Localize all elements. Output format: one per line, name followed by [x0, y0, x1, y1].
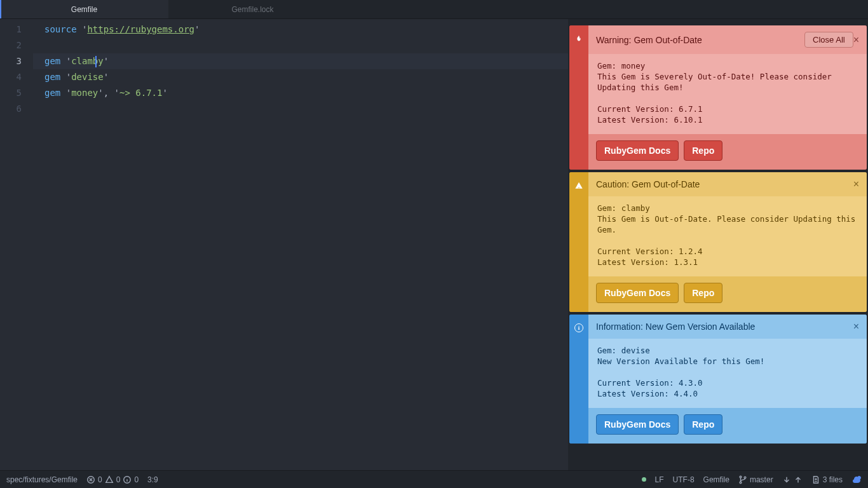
code-line[interactable]: gem 'clamby' — [33, 53, 568, 69]
status-git-branch[interactable]: master — [738, 475, 773, 484]
git-branch-icon — [738, 475, 747, 484]
notification-header: Warning: Gem Out-of-DateClose All× — [588, 25, 867, 54]
status-cursor-position[interactable]: 3:9 — [147, 475, 158, 484]
notification-footer: RubyGem DocsRepo — [588, 276, 867, 312]
close-all-button[interactable]: Close All — [804, 32, 853, 48]
text-cursor — [95, 56, 97, 67]
info-circle-icon: i — [574, 323, 583, 332]
tab-bar: GemfileGemfile.lock — [0, 0, 868, 19]
code-line[interactable]: gem 'devise' — [33, 69, 568, 85]
files-count: 3 files — [823, 475, 843, 484]
notification-body: Gem: money This Gem is Severely Out-of-D… — [588, 54, 867, 134]
repo-button[interactable]: Repo — [684, 140, 722, 161]
branch-name: master — [750, 475, 773, 484]
line-number: 2 — [0, 37, 22, 53]
line-number-gutter: 123456 — [0, 22, 33, 470]
line-number: 6 — [0, 101, 22, 117]
line-number: 4 — [0, 69, 22, 85]
status-encoding[interactable]: UTF-8 — [673, 475, 695, 484]
status-bar: spec/fixtures/Gemfile 0 0 0 3:9 LF UTF-8… — [0, 470, 868, 488]
status-update-indicator[interactable] — [642, 477, 646, 482]
notification-header: Information: New Gem Version Available× — [588, 315, 867, 339]
x-circle-icon — [86, 475, 95, 484]
notification-icon-column: i — [569, 315, 588, 444]
notification-title: Information: New Gem Version Available — [596, 322, 853, 332]
diag-warn-count: 0 — [116, 475, 121, 484]
rubygem-docs-button[interactable]: RubyGem Docs — [596, 414, 679, 435]
tab-gemfile-lock[interactable]: Gemfile.lock — [168, 0, 337, 18]
line-number: 1 — [0, 22, 22, 37]
arrow-up-icon — [794, 475, 803, 484]
svg-point-4 — [744, 477, 746, 478]
status-grammar[interactable]: Gemfile — [703, 475, 729, 484]
repo-button[interactable]: Repo — [684, 283, 722, 303]
notification-title: Caution: Gem Out-of-Date — [596, 179, 853, 189]
text-editor[interactable]: 123456 source 'https://rubygems.org' gem… — [0, 19, 568, 470]
code-line[interactable] — [33, 37, 568, 53]
alert-triangle-icon — [574, 181, 583, 190]
close-icon[interactable]: × — [853, 321, 859, 332]
notification-error: Warning: Gem Out-of-DateClose All×Gem: m… — [569, 25, 867, 170]
arrow-down-icon — [782, 475, 791, 484]
close-icon[interactable]: × — [853, 179, 859, 190]
file-diff-icon — [811, 475, 820, 484]
line-number: 5 — [0, 85, 22, 101]
notification-icon-column — [569, 25, 588, 170]
notification-body: Gem: clamby This Gem is Out-of-Date. Ple… — [588, 196, 867, 276]
code-line[interactable] — [33, 101, 568, 117]
repo-button[interactable]: Repo — [684, 414, 722, 435]
notification-footer: RubyGem DocsRepo — [588, 134, 867, 170]
status-git-files[interactable]: 3 files — [811, 475, 843, 484]
notifications-panel: Warning: Gem Out-of-DateClose All×Gem: m… — [568, 19, 868, 470]
status-squirrel[interactable] — [851, 475, 862, 485]
status-line-ending[interactable]: LF — [655, 475, 664, 484]
notification-info: iInformation: New Gem Version Available×… — [569, 315, 867, 444]
status-file-path[interactable]: spec/fixtures/Gemfile — [6, 475, 78, 484]
svg-point-3 — [740, 481, 742, 483]
notification-icon-column — [569, 172, 588, 312]
tab-label: Gemfile — [71, 5, 97, 14]
status-diagnostics[interactable]: 0 0 0 — [86, 475, 139, 484]
rubygem-docs-button[interactable]: RubyGem Docs — [596, 283, 679, 303]
diag-info-count: 0 — [134, 475, 139, 484]
code-line[interactable]: source 'https://rubygems.org' — [33, 22, 568, 37]
notification-warn: Caution: Gem Out-of-Date×Gem: clamby Thi… — [569, 172, 867, 312]
squirrel-icon — [851, 475, 862, 485]
tab-gemfile[interactable]: Gemfile — [0, 0, 168, 18]
line-number: 3 — [0, 53, 22, 69]
close-icon[interactable]: × — [853, 34, 859, 46]
diag-error-count: 0 — [98, 475, 102, 484]
tab-label: Gemfile.lock — [231, 5, 273, 14]
status-git-push-pull[interactable] — [782, 475, 803, 484]
alert-triangle-icon — [105, 475, 114, 484]
code-area[interactable]: source 'https://rubygems.org' gem 'clamb… — [33, 22, 568, 470]
notification-header: Caution: Gem Out-of-Date× — [588, 172, 867, 196]
code-line[interactable]: gem 'money', '~> 6.7.1' — [33, 85, 568, 101]
info-circle-icon — [123, 475, 132, 484]
notification-title: Warning: Gem Out-of-Date — [596, 35, 804, 45]
svg-point-2 — [740, 476, 742, 478]
flame-icon — [574, 34, 583, 43]
notification-footer: RubyGem DocsRepo — [588, 408, 867, 444]
rubygem-docs-button[interactable]: RubyGem Docs — [596, 140, 679, 161]
notification-body: Gem: devise New Version Available for th… — [588, 339, 867, 408]
